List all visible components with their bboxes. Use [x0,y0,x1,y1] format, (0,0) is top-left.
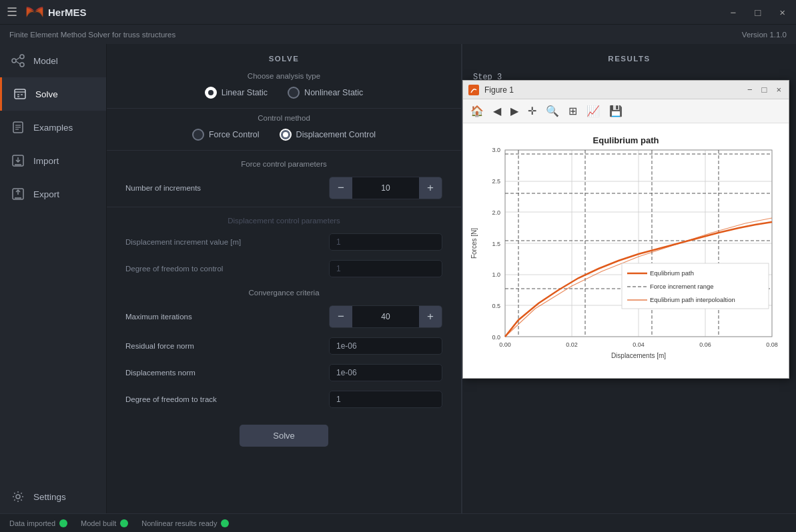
figure-subplots-btn[interactable]: ⊞ [565,103,580,119]
control-method-label: Control method [107,114,461,122]
nonlinear-static-label: Nonlinear Static [304,88,363,97]
disp-increment-row: Displacement increment value [m] [107,229,461,255]
examples-icon [11,120,25,135]
svg-text:0.06: 0.06 [699,341,711,348]
svg-text:3.0: 3.0 [492,147,500,153]
status-results-ready-label: Nonlinear results ready [141,519,217,527]
figure-maximize-btn[interactable]: □ [760,85,769,95]
sidebar-item-examples[interactable]: Examples [0,111,106,144]
app-logo: HerMES [25,5,87,19]
figure-back-btn[interactable]: ◀ [490,103,504,119]
figure-titlebar: Figure 1 − □ × [463,81,789,99]
figure-home-btn[interactable]: 🏠 [467,103,487,119]
figure-pan-btn[interactable]: ✛ [524,103,540,119]
svg-text:Force increment range: Force increment range [650,283,714,290]
disp-increment-label: Displacement increment value [m] [125,238,329,246]
displacement-control-label: Displacement Control [296,130,376,139]
sidebar-item-settings[interactable]: Settings [0,480,106,513]
title-bar: ☰ HerMES − □ × [0,0,796,24]
svg-line-3 [16,57,20,60]
force-control-radio[interactable] [192,129,204,141]
status-model-built: Model built [81,519,128,527]
residual-input[interactable] [329,337,442,355]
svg-text:Forces [N]: Forces [N] [470,228,478,259]
sidebar: Model Solve [0,44,107,513]
num-increments-label: Number of increments [125,184,329,192]
status-data-imported-label: Data imported [9,519,55,527]
svg-text:Equlibrium path: Equlibrium path [593,135,659,145]
disp-norm-row: Displacements norm [107,359,461,386]
dof-track-input[interactable] [329,391,442,408]
figure-save-btn[interactable]: 💾 [606,103,626,119]
status-data-imported: Data imported [9,519,67,527]
displacement-control-radio[interactable] [280,129,292,141]
figure-toolbar: 🏠 ◀ ▶ ✛ 🔍 ⊞ 📈 💾 [463,99,789,123]
solve-panel: SOLVE Choose analysis type Linear Static… [107,44,462,513]
svg-point-1 [20,55,24,59]
close-button[interactable]: × [775,5,789,19]
svg-text:0.5: 0.5 [492,303,500,309]
svg-text:0.04: 0.04 [633,341,645,348]
num-increments-row: Number of increments − 10 + [107,172,461,204]
svg-text:1.5: 1.5 [492,241,500,247]
max-iterations-minus[interactable]: − [330,306,352,327]
linear-static-radio[interactable] [205,87,217,99]
force-control-label: Force Control [209,130,260,139]
nonlinear-static-option[interactable]: Nonlinear Static [288,87,363,99]
sidebar-label-settings: Settings [33,492,66,502]
figure-title: Figure 1 [484,85,740,95]
figure-close-btn[interactable]: × [774,85,783,95]
svg-text:1.0: 1.0 [492,271,500,278]
sidebar-item-solve[interactable]: Solve [0,77,106,111]
dof-control-row: Degree of freedom to control [107,255,461,282]
num-increments-plus[interactable]: + [419,177,442,199]
num-increments-value: 10 [352,183,419,193]
disp-increment-input[interactable] [329,233,442,251]
sidebar-label-export: Export [33,189,59,199]
max-iterations-plus[interactable]: + [419,306,442,327]
figure-window-controls: − □ × [745,85,783,95]
sidebar-item-model[interactable]: Model [0,44,106,77]
svg-text:2.0: 2.0 [492,209,500,216]
figure-forward-btn[interactable]: ▶ [507,103,522,119]
num-increments-minus[interactable]: − [330,177,352,199]
nonlinear-static-radio[interactable] [288,87,300,99]
svg-rect-5 [15,89,25,99]
svg-point-20 [16,495,20,499]
figure-lines-btn[interactable]: 📈 [583,103,603,119]
disp-norm-input[interactable] [329,364,442,381]
analysis-type-row: Linear Static Nonlinear Static [107,87,461,99]
menu-icon[interactable]: ☰ [7,5,17,19]
sidebar-item-export[interactable]: Export [0,177,106,211]
sidebar-item-import[interactable]: Import [0,144,106,177]
force-control-option[interactable]: Force Control [192,129,260,141]
dof-control-input[interactable] [329,260,442,277]
status-results-ready-dot [221,519,229,527]
residual-label: Residual force norm [125,342,329,350]
minimize-button[interactable]: − [726,5,740,19]
svg-text:2.5: 2.5 [492,178,500,185]
maximize-button[interactable]: □ [751,5,765,19]
disp-norm-label: Displacements norm [125,369,329,377]
sidebar-label-model: Model [33,56,58,66]
import-icon [11,153,25,168]
status-model-built-dot [120,519,128,527]
solve-button[interactable]: Solve [240,425,328,447]
status-bar: Data imported Model built Nonlinear resu… [0,513,796,532]
svg-point-0 [12,59,16,63]
svg-text:Equlibrium path interpoloaltio: Equlibrium path interpoloaltion [650,296,735,303]
status-results-ready: Nonlinear results ready [141,519,229,527]
export-icon [11,187,25,201]
svg-line-4 [16,61,20,64]
svg-text:Equlibrium path: Equlibrium path [650,269,694,277]
sidebar-label-examples: Examples [33,123,73,133]
displacement-control-option[interactable]: Displacement Control [280,129,376,141]
linear-static-option[interactable]: Linear Static [205,87,268,99]
figure-minimize-btn[interactable]: − [745,85,755,95]
results-header: RESULTS [462,44,796,68]
figure-zoom-btn[interactable]: 🔍 [542,103,562,119]
svg-text:0.08: 0.08 [766,341,778,348]
svg-text:0.02: 0.02 [566,341,578,348]
force-params-label: Force control parameters [107,153,461,172]
solve-icon [13,87,27,101]
